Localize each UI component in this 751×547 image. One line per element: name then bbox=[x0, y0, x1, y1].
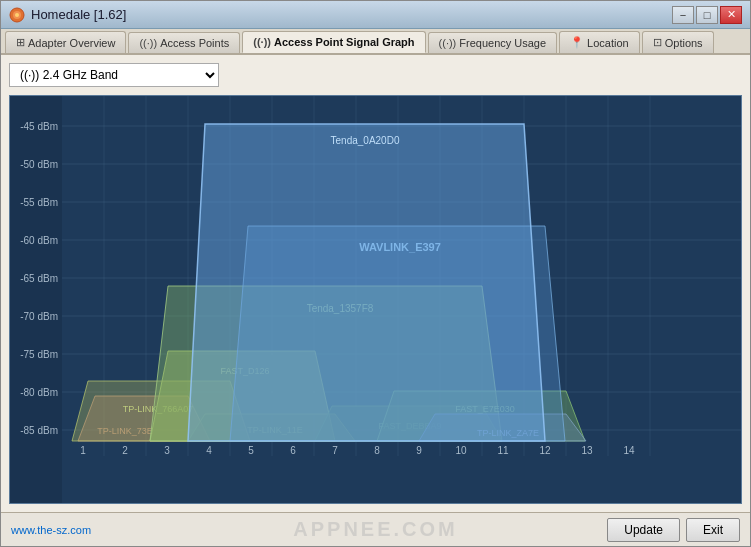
app-icon bbox=[9, 7, 25, 23]
tab-freq-label: Frequency Usage bbox=[459, 37, 546, 49]
svg-text:14: 14 bbox=[623, 445, 635, 456]
svg-text:-55 dBm: -55 dBm bbox=[20, 197, 58, 208]
adapter-icon: ⊞ bbox=[16, 36, 25, 49]
svg-text:-80 dBm: -80 dBm bbox=[20, 387, 58, 398]
svg-text:4: 4 bbox=[206, 445, 212, 456]
update-button[interactable]: Update bbox=[607, 518, 680, 542]
tab-location[interactable]: 📍 Location bbox=[559, 31, 640, 53]
svg-point-2 bbox=[15, 13, 19, 17]
watermark: APPNEE.COM bbox=[293, 518, 457, 541]
tab-signal-graph[interactable]: ((·)) Access Point Signal Graph bbox=[242, 31, 425, 53]
minimize-button[interactable]: − bbox=[672, 6, 694, 24]
exit-button[interactable]: Exit bbox=[686, 518, 740, 542]
svg-text:-85 dBm: -85 dBm bbox=[20, 425, 58, 436]
bottom-buttons: Update Exit bbox=[607, 518, 740, 542]
svg-text:6: 6 bbox=[290, 445, 296, 456]
tab-adapter-overview[interactable]: ⊞ Adapter Overview bbox=[5, 31, 126, 53]
svg-text:13: 13 bbox=[581, 445, 593, 456]
content-area: ((·)) 2.4 GHz Band 5 GHz Band bbox=[1, 55, 750, 512]
svg-text:-75 dBm: -75 dBm bbox=[20, 349, 58, 360]
title-bar-buttons: − □ ✕ bbox=[672, 6, 742, 24]
band-selector-wrap: ((·)) 2.4 GHz Band 5 GHz Band bbox=[9, 63, 742, 87]
svg-text:9: 9 bbox=[416, 445, 422, 456]
svg-rect-4 bbox=[10, 96, 62, 503]
svg-text:2: 2 bbox=[122, 445, 128, 456]
bottom-bar: www.the-sz.com APPNEE.COM Update Exit bbox=[1, 512, 750, 546]
tab-options-label: Options bbox=[665, 37, 703, 49]
close-button[interactable]: ✕ bbox=[720, 6, 742, 24]
options-icon: ⊡ bbox=[653, 36, 662, 49]
freq-icon: ((·)) bbox=[439, 37, 457, 49]
tab-freq-usage[interactable]: ((·)) Frequency Usage bbox=[428, 32, 558, 53]
signal-graph-container: -45 dBm -50 dBm -55 dBm -60 dBm -65 dBm … bbox=[9, 95, 742, 504]
tab-adapter-label: Adapter Overview bbox=[28, 37, 115, 49]
tab-options[interactable]: ⊡ Options bbox=[642, 31, 714, 53]
svg-text:10: 10 bbox=[455, 445, 467, 456]
main-window: Homedale [1.62] − □ ✕ ⊞ Adapter Overview… bbox=[0, 0, 751, 547]
svg-text:-45 dBm: -45 dBm bbox=[20, 121, 58, 132]
network-tenda-0a20d0 bbox=[188, 124, 545, 441]
svg-text:-70 dBm: -70 dBm bbox=[20, 311, 58, 322]
tab-access-points[interactable]: ((·)) Access Points bbox=[128, 32, 240, 53]
svg-text:12: 12 bbox=[539, 445, 551, 456]
svg-text:3: 3 bbox=[164, 445, 170, 456]
svg-text:5: 5 bbox=[248, 445, 254, 456]
title-bar-left: Homedale [1.62] bbox=[9, 7, 126, 23]
svg-text:-50 dBm: -50 dBm bbox=[20, 159, 58, 170]
website-link[interactable]: www.the-sz.com bbox=[11, 524, 91, 536]
tab-location-label: Location bbox=[587, 37, 629, 49]
svg-text:1: 1 bbox=[80, 445, 86, 456]
band-selector[interactable]: ((·)) 2.4 GHz Band 5 GHz Band bbox=[9, 63, 219, 87]
ap-icon: ((·)) bbox=[139, 37, 157, 49]
svg-text:7: 7 bbox=[332, 445, 338, 456]
svg-text:-60 dBm: -60 dBm bbox=[20, 235, 58, 246]
location-icon: 📍 bbox=[570, 36, 584, 49]
window-title: Homedale [1.62] bbox=[31, 7, 126, 22]
tab-bar: ⊞ Adapter Overview ((·)) Access Points (… bbox=[1, 29, 750, 55]
svg-text:11: 11 bbox=[497, 445, 509, 456]
svg-text:Tenda_0A20D0: Tenda_0A20D0 bbox=[331, 135, 400, 146]
title-bar: Homedale [1.62] − □ ✕ bbox=[1, 1, 750, 29]
restore-button[interactable]: □ bbox=[696, 6, 718, 24]
svg-text:-65 dBm: -65 dBm bbox=[20, 273, 58, 284]
svg-text:8: 8 bbox=[374, 445, 380, 456]
signal-graph-svg: -45 dBm -50 dBm -55 dBm -60 dBm -65 dBm … bbox=[10, 96, 741, 503]
tab-signal-label: Access Point Signal Graph bbox=[274, 36, 415, 48]
signal-icon: ((·)) bbox=[253, 36, 271, 48]
tab-ap-label: Access Points bbox=[160, 37, 229, 49]
